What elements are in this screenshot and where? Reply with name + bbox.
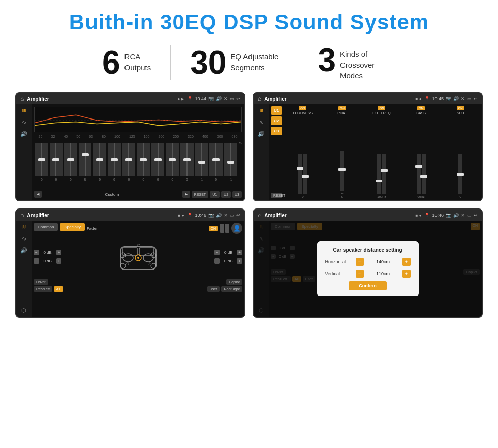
close-icon-amp[interactable]: ✕ xyxy=(461,96,465,101)
close-icon-dialog[interactable]: ✕ xyxy=(461,213,465,218)
eq-slider-6[interactable]: 0 xyxy=(108,143,121,176)
expand-icon[interactable]: » xyxy=(239,140,242,146)
horizontal-minus-btn[interactable]: − xyxy=(356,258,364,266)
amp-sidebar-speaker-icon[interactable]: 🔊 xyxy=(258,131,265,137)
fader-slider-bar[interactable] xyxy=(220,224,224,233)
u2-btn[interactable]: U2 xyxy=(221,191,231,198)
loudness-slider-r[interactable] xyxy=(303,154,307,194)
close-icon-eq[interactable]: ✕ xyxy=(224,96,228,101)
fader-slider-bar2[interactable] xyxy=(225,224,229,233)
time-eq: 10:44 xyxy=(195,96,206,101)
amp-screen-content: ≋ ∿ 🔊 U1 U2 U3 RESET xyxy=(254,104,482,200)
driver-btn[interactable]: Driver xyxy=(34,279,48,285)
screenshot-fader: ⌂ Amplifier ■ ● 📍 10:46 📷 🔊 ✕ ▭ ↩ ≋ ∿ � xyxy=(15,208,245,318)
eq-slider-13[interactable]: 0 xyxy=(209,143,223,176)
loudness-on[interactable]: ON xyxy=(299,106,306,110)
loudness-slider-l[interactable] xyxy=(298,154,302,194)
eq-slider-11[interactable]: 0 xyxy=(180,143,194,176)
eq-slider-4[interactable]: 5 xyxy=(79,143,92,176)
eq-slider-3[interactable]: 0 xyxy=(64,143,77,176)
eq-slider-9[interactable]: 0 xyxy=(151,143,165,176)
svg-text:▽: ▽ xyxy=(137,243,140,248)
eq-slider-12[interactable]: -1 xyxy=(195,143,208,176)
phat-on[interactable]: ON xyxy=(338,106,346,110)
vol3-plus[interactable]: + xyxy=(237,250,242,255)
tab-specialty[interactable]: Specialty xyxy=(60,223,84,231)
confirm-button[interactable]: Confirm xyxy=(349,281,387,290)
cutfreq-slider-r[interactable] xyxy=(382,154,386,194)
fader-sidebar-wave-icon[interactable]: ∿ xyxy=(22,235,26,242)
amp-channel-phat: ON PHAT G 0 xyxy=(323,106,362,198)
amp-reset-btn[interactable]: RESET xyxy=(271,193,282,198)
all-btn[interactable]: All xyxy=(54,286,63,292)
sub-on[interactable]: ON xyxy=(457,106,464,110)
screenshot-dialog: ⌂ Amplifier ■ ● 📍 10:46 📷 🔊 ✕ ▭ ↩ ≋ ∿ xyxy=(253,208,483,318)
dialog-box: Car speaker distance setting Horizontal … xyxy=(317,241,419,296)
vol2-minus[interactable]: − xyxy=(34,258,39,264)
eq-slider-14[interactable]: -1 xyxy=(224,143,237,176)
vol-row-3: − 0 dB + xyxy=(214,250,242,255)
fader-sidebar-eq-icon[interactable]: ≋ xyxy=(22,224,26,230)
bass-slider-r[interactable] xyxy=(422,154,426,194)
horizontal-plus-btn[interactable]: + xyxy=(402,258,411,266)
preset-u3[interactable]: U3 xyxy=(271,127,282,135)
u3-btn[interactable]: U3 xyxy=(232,191,242,198)
bass-slider-l[interactable] xyxy=(417,154,421,194)
sub-slider[interactable] xyxy=(458,154,462,194)
bass-on[interactable]: ON xyxy=(417,106,425,110)
amp-sidebar-wave-icon[interactable]: ∿ xyxy=(259,119,264,126)
home-icon-fader[interactable]: ⌂ xyxy=(20,212,24,219)
cutfreq-on[interactable]: ON xyxy=(378,106,385,110)
eq-slider-5[interactable]: 0 xyxy=(93,143,106,176)
window-icon-dialog[interactable]: ▭ xyxy=(467,213,472,218)
tab-common[interactable]: Common xyxy=(34,223,58,231)
preset-u2[interactable]: U2 xyxy=(271,116,282,125)
window-icon-amp[interactable]: ▭ xyxy=(467,96,472,101)
amp-sidebar-eq-icon[interactable]: ≋ xyxy=(259,107,264,114)
vertical-plus-btn[interactable]: + xyxy=(402,270,411,278)
amp-main-area: U1 U2 U3 RESET ON LOUDNESS xyxy=(269,104,482,200)
rearright-btn[interactable]: RearRight xyxy=(221,286,242,292)
window-icon-eq[interactable]: ▭ xyxy=(230,96,234,101)
eq-slider-10[interactable]: 0 xyxy=(166,143,179,176)
vol1-plus[interactable]: + xyxy=(56,250,62,255)
vol3-minus[interactable]: − xyxy=(214,250,220,255)
vertical-minus-btn[interactable]: − xyxy=(356,270,364,278)
eq-slider-1[interactable]: 0 xyxy=(35,143,48,176)
back-icon-dialog[interactable]: ↩ xyxy=(474,213,478,218)
home-icon-dialog[interactable]: ⌂ xyxy=(258,212,261,219)
vol4-plus[interactable]: + xyxy=(237,258,242,264)
vol1-minus[interactable]: − xyxy=(34,250,39,255)
home-icon-eq[interactable]: ⌂ xyxy=(20,95,24,102)
reset-btn[interactable]: RESET xyxy=(192,191,208,198)
play-btn[interactable]: ▶ xyxy=(182,191,190,198)
eq-sidebar-speaker-icon[interactable]: 🔊 xyxy=(20,131,27,137)
cutfreq-slider-l[interactable] xyxy=(377,154,381,194)
eq-slider-2[interactable]: 0 xyxy=(50,143,63,176)
copilot-btn[interactable]: Copilot xyxy=(226,279,242,285)
fader-on-toggle[interactable]: ON xyxy=(209,226,219,231)
phat-slider[interactable] xyxy=(340,151,344,191)
eq-slider-7[interactable]: 0 xyxy=(122,143,136,176)
dialog-title: Car speaker distance setting xyxy=(325,247,411,253)
vol4-minus[interactable]: − xyxy=(214,258,220,264)
close-icon-fader[interactable]: ✕ xyxy=(224,213,228,218)
u1-btn[interactable]: U1 xyxy=(210,191,220,198)
home-icon-amp[interactable]: ⌂ xyxy=(258,95,261,102)
prev-btn[interactable]: ◀ xyxy=(34,191,42,198)
fader-sidebar-speaker-icon[interactable]: 🔊 xyxy=(20,247,27,254)
amp-channel-loudness: ON LOUDNESS 0 xyxy=(284,106,322,198)
eq-slider-8[interactable]: 0 xyxy=(137,143,150,176)
back-icon-amp[interactable]: ↩ xyxy=(474,96,478,101)
back-icon-fader[interactable]: ↩ xyxy=(236,213,240,218)
user-btn[interactable]: User xyxy=(207,286,220,292)
location-icon-eq: 📍 xyxy=(187,96,193,101)
eq-sidebar-eq-icon[interactable]: ≋ xyxy=(22,107,26,114)
window-icon-fader[interactable]: ▭ xyxy=(230,213,234,218)
rearleft-btn[interactable]: RearLeft xyxy=(34,286,52,292)
eq-sidebar-wave-icon[interactable]: ∿ xyxy=(22,119,26,126)
back-icon-eq[interactable]: ↩ xyxy=(236,96,240,101)
preset-u1[interactable]: U1 xyxy=(271,106,282,115)
vol2-plus[interactable]: + xyxy=(56,258,62,264)
fader-sidebar-arrows-icon[interactable]: ⬡ xyxy=(21,307,26,314)
